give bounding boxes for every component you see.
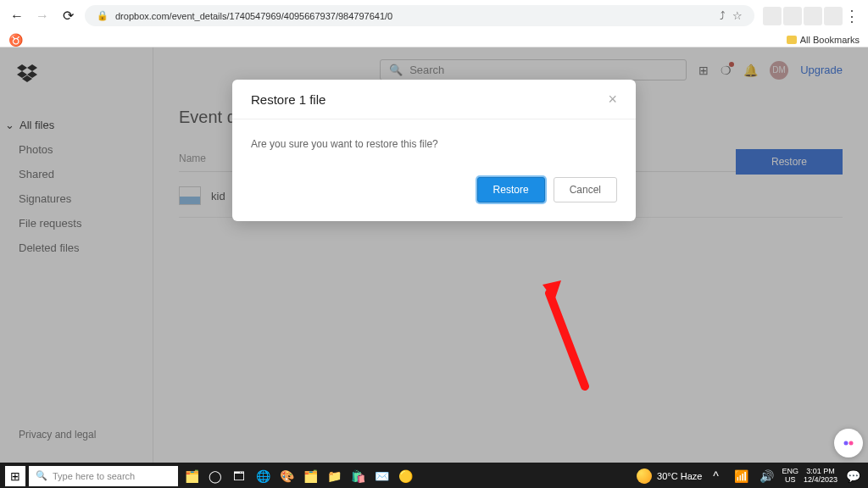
store-icon[interactable]: 🛍️: [348, 466, 368, 486]
address-row: ← → ⟳ 🔒 dropbox.com/event_details/174054…: [0, 0, 868, 31]
help-fab[interactable]: [834, 429, 863, 458]
close-icon[interactable]: ×: [608, 92, 617, 107]
sun-icon: [637, 469, 652, 484]
systray: ^ 📶 🔊 ENG US 3:01 PM 12/4/2023 💬: [705, 466, 863, 486]
share-icon[interactable]: ⤴: [720, 9, 726, 22]
extension-1[interactable]: [763, 7, 782, 25]
modal-restore-button[interactable]: Restore: [477, 177, 545, 202]
search-icon: 🔍: [36, 470, 47, 481]
annotation-arrow-icon: [542, 280, 593, 391]
folder-icon: [787, 36, 797, 44]
clock[interactable]: 3:01 PM 12/4/2023: [804, 468, 837, 485]
extension-2[interactable]: [783, 7, 802, 25]
svg-point-8: [849, 441, 854, 446]
app-content: All files Photos Shared Signatures File …: [0, 47, 868, 463]
cortana-icon[interactable]: ◯: [205, 466, 225, 486]
wifi-icon[interactable]: 📶: [731, 466, 751, 486]
reload-button[interactable]: ⟳: [59, 8, 76, 25]
extension-4[interactable]: [824, 7, 843, 25]
volume-icon[interactable]: 🔊: [756, 466, 776, 486]
forward-button[interactable]: →: [34, 8, 51, 25]
tray-chevron-icon[interactable]: ^: [705, 466, 726, 486]
task-view-icon[interactable]: 🗂️: [181, 466, 202, 486]
browser-menu-icon[interactable]: ⋮: [844, 7, 860, 25]
brave-icon[interactable]: ♉: [8, 33, 23, 47]
bookmarks-bar: ♉ All Bookmarks: [0, 31, 868, 48]
start-button[interactable]: ⊞: [5, 466, 25, 486]
language-indicator[interactable]: ENG US: [782, 468, 798, 485]
bookmarks-label: All Bookmarks: [800, 35, 860, 45]
url-text: dropbox.com/event_details/1740547969/409…: [115, 11, 392, 21]
modal-header: Restore 1 file ×: [232, 80, 636, 119]
lock-icon: 🔒: [97, 10, 108, 21]
svg-marker-6: [542, 280, 561, 301]
modal-footer: Restore Cancel: [232, 169, 636, 221]
app-icon-1[interactable]: 🎨: [276, 466, 297, 486]
modal-title: Restore 1 file: [251, 92, 326, 107]
restore-modal: Restore 1 file × Are you sure you want t…: [232, 80, 636, 221]
address-bar[interactable]: 🔒 dropbox.com/event_details/1740547969/4…: [85, 5, 754, 26]
edge-icon[interactable]: 🌐: [253, 466, 273, 486]
back-button[interactable]: ←: [8, 8, 25, 25]
weather-widget[interactable]: 30°C Haze: [637, 469, 702, 484]
explorer-icon[interactable]: 🗔: [229, 466, 249, 486]
chrome-icon[interactable]: 🟡: [395, 466, 415, 486]
folder-icon[interactable]: 📁: [324, 466, 344, 486]
mail-icon[interactable]: ✉️: [371, 466, 392, 486]
modal-overlay: Restore 1 file × Are you sure you want t…: [0, 47, 868, 463]
browser-chrome: ← → ⟳ 🔒 dropbox.com/event_details/174054…: [0, 0, 868, 47]
windows-taskbar: ⊞ 🔍 Type here to search 🗂️ ◯ 🗔 🌐 🎨 🗂️ 📁 …: [0, 463, 868, 488]
favorite-icon[interactable]: ☆: [732, 9, 743, 22]
modal-message: Are you sure you want to restore this fi…: [232, 119, 636, 169]
notification-center-icon[interactable]: 💬: [843, 466, 863, 486]
modal-cancel-button[interactable]: Cancel: [554, 177, 617, 202]
weather-text: 30°C Haze: [657, 471, 702, 481]
svg-point-7: [844, 441, 849, 446]
app-icon-2[interactable]: 🗂️: [300, 466, 320, 486]
svg-line-5: [549, 293, 585, 386]
taskbar-search[interactable]: 🔍 Type here to search: [29, 466, 178, 486]
taskbar-search-placeholder: Type here to search: [53, 471, 135, 481]
extension-3[interactable]: [804, 7, 822, 25]
all-bookmarks-button[interactable]: All Bookmarks: [787, 35, 860, 45]
extensions-area: ⋮: [763, 7, 860, 25]
